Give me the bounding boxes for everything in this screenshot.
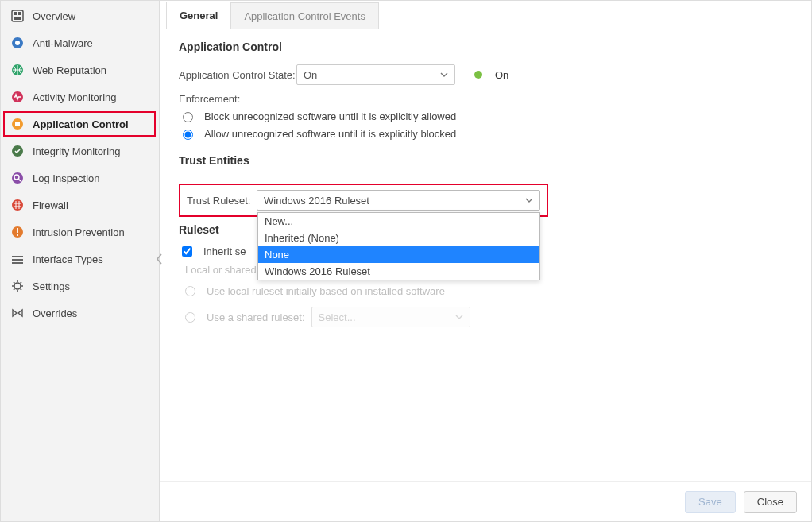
sidebar-item-firewall[interactable]: Firewall [1, 191, 159, 218]
radio-label: Allow unrecognized software until it is … [204, 128, 456, 140]
select-trust-ruleset[interactable]: Windows 2016 Ruleset [257, 190, 540, 211]
sidebar-item-label: Log Inspection [33, 172, 148, 184]
option-new[interactable]: New... [258, 213, 539, 230]
svg-rect-2 [18, 12, 21, 15]
firewall-icon [10, 198, 25, 212]
label-enforcement: Enforcement: [179, 93, 240, 105]
appcontrol-icon [10, 117, 25, 131]
radio-allow-unrecognized[interactable]: Allow unrecognized software until it is … [179, 127, 792, 140]
overview-icon [10, 9, 25, 23]
main: General Application Control Events Appli… [160, 1, 811, 521]
footer: Save Close [160, 481, 811, 521]
status-text: On [495, 69, 508, 81]
sidebar-item-label: Activity Monitoring [33, 91, 148, 103]
checkbox-input-inherit[interactable] [182, 246, 192, 257]
ips-icon [10, 225, 25, 239]
svg-rect-1 [14, 12, 17, 15]
sidebar-item-label: Application Control [33, 118, 148, 130]
chevron-down-icon [440, 72, 448, 77]
sidebar-item-log-inspection[interactable]: Log Inspection [1, 164, 159, 191]
svg-point-5 [15, 41, 20, 45]
radio-use-local-ruleset: Use local ruleset initially based on ins… [185, 285, 792, 297]
svg-line-25 [21, 289, 22, 291]
activity-icon [10, 90, 25, 104]
radio-disabled-icon [185, 312, 195, 323]
svg-rect-3 [14, 17, 21, 20]
sidebar-item-integrity-monitoring[interactable]: Integrity Monitoring [1, 137, 159, 164]
sidebar-item-anti-malware[interactable]: Anti-Malware [1, 29, 159, 56]
radio-disabled-icon [185, 286, 195, 296]
content: Application Control Application Control … [160, 29, 811, 481]
sidebar-item-activity-monitoring[interactable]: Activity Monitoring [1, 83, 159, 110]
tab-app-control-events[interactable]: Application Control Events [230, 2, 378, 29]
trust-ruleset-group: Trust Ruleset: Windows 2016 Ruleset New.… [179, 184, 548, 217]
svg-point-14 [12, 199, 23, 211]
checkbox-label: Inherit se [203, 246, 246, 257]
status-indicator [474, 71, 482, 79]
section-title-trust-entities: Trust Entities [179, 154, 792, 172]
sidebar-item-label: Intrusion Prevention [33, 226, 148, 238]
radio-input-block[interactable] [183, 112, 193, 122]
svg-line-26 [14, 289, 15, 291]
svg-point-19 [14, 283, 21, 289]
sidebar-item-application-control[interactable]: Application Control [1, 110, 159, 137]
svg-rect-16 [12, 256, 23, 257]
select-app-control-state[interactable]: On [296, 64, 455, 85]
sidebar-item-overview[interactable]: Overview [1, 2, 159, 29]
svg-point-11 [12, 172, 23, 184]
sidebar-item-overrides[interactable]: Overrides [1, 300, 159, 327]
select-placeholder: Select... [319, 311, 356, 323]
integrity-icon [10, 144, 25, 158]
interface-icon [10, 252, 25, 266]
sidebar-item-label: Web Reputation [33, 64, 148, 76]
radio-label: Use local ruleset initially based on ins… [207, 285, 445, 297]
sidebar-item-label: Overview [33, 10, 148, 22]
chevron-down-icon [525, 198, 533, 203]
overrides-icon [10, 306, 25, 320]
label-app-control-state: Application Control State: [179, 69, 296, 81]
sidebar-item-label: Interface Types [33, 253, 148, 265]
sidebar-item-label: Overrides [33, 307, 148, 319]
svg-rect-9 [15, 122, 20, 126]
close-button[interactable]: Close [744, 491, 797, 513]
sidebar-item-label: Anti-Malware [33, 37, 148, 49]
svg-rect-17 [12, 259, 23, 261]
tabs: General Application Control Events [160, 1, 811, 29]
row-app-control-state: Application Control State: On On [179, 64, 792, 85]
sidebar-item-settings[interactable]: Settings [1, 273, 159, 300]
select-value: On [304, 69, 317, 81]
radio-block-unrecognized[interactable]: Block unrecognized software until it is … [179, 110, 792, 122]
svg-rect-18 [12, 262, 23, 264]
svg-line-27 [21, 282, 22, 284]
log-icon [10, 171, 25, 185]
label-trust-ruleset: Trust Ruleset: [187, 195, 257, 207]
select-shared-ruleset: Select... [311, 307, 470, 327]
save-button[interactable]: Save [685, 491, 736, 513]
option-inherited-none[interactable]: Inherited (None) [258, 230, 539, 246]
select-value: Windows 2016 Ruleset [264, 195, 369, 207]
sidebar-item-label: Settings [33, 280, 148, 292]
sidebar-item-label: Firewall [33, 199, 148, 211]
tab-general[interactable]: General [166, 2, 231, 29]
sidebar-item-interface-types[interactable]: Interface Types [1, 246, 159, 273]
option-none[interactable]: None [258, 246, 539, 263]
malware-icon [10, 36, 25, 50]
radio-input-allow[interactable] [183, 130, 193, 140]
sidebar-item-web-reputation[interactable]: Web Reputation [1, 56, 159, 83]
sidebar-item-label: Integrity Monitoring [33, 145, 148, 157]
settings-icon [10, 279, 25, 293]
radio-use-shared-ruleset: Use a shared ruleset: Select... [185, 307, 792, 327]
row-enforcement-label: Enforcement: [179, 93, 792, 105]
web-icon [10, 63, 25, 77]
section-title-application-control: Application Control [179, 41, 792, 53]
radio-label: Block unrecognized software until it is … [204, 110, 456, 122]
sidebar: Overview Anti-Malware Web Reputation Act… [1, 1, 160, 521]
svg-line-24 [14, 282, 15, 284]
dropdown-trust-ruleset: New... Inherited (None) None Windows 201… [257, 212, 540, 280]
option-windows-2016-ruleset[interactable]: Windows 2016 Ruleset [258, 263, 539, 280]
sidebar-item-intrusion-prevention[interactable]: Intrusion Prevention [1, 218, 159, 246]
radio-label: Use a shared ruleset: [207, 311, 305, 323]
